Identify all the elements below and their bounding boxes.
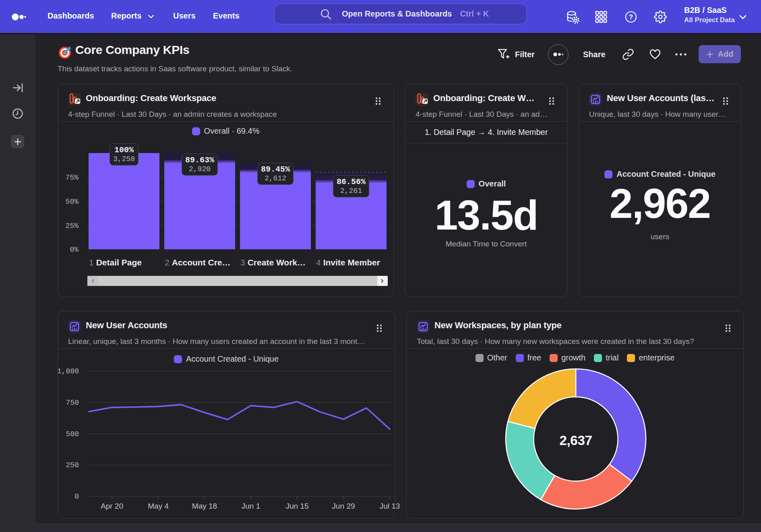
svg-text:?: ? [629, 13, 633, 21]
